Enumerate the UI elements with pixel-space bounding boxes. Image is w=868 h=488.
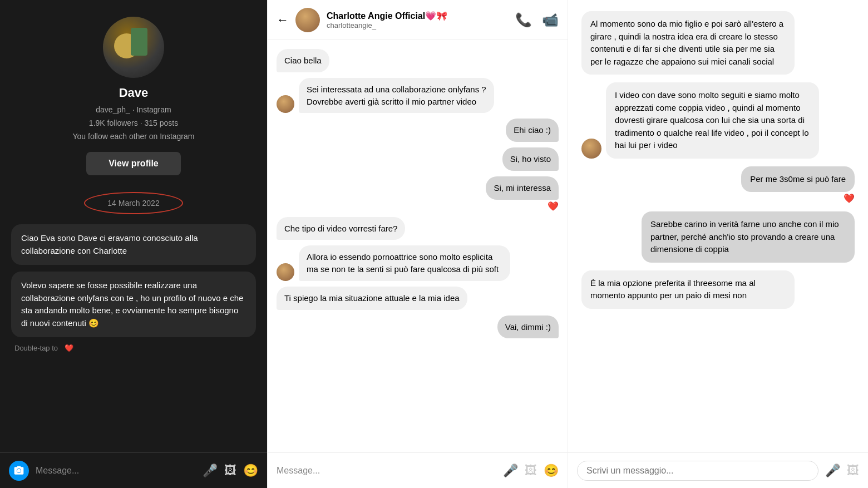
emoji-icon-mid[interactable]: 😊 [544, 464, 559, 478]
bubble-received: Che tipo di video vorresti fare? [277, 217, 405, 240]
bubble-sent: Si, ho visto [502, 147, 559, 171]
user-meta-line3: You follow each other on Instagram [73, 132, 195, 141]
header-username: charlotteangie_ [327, 21, 509, 29]
svg-point-0 [17, 469, 21, 472]
msg-row: Si, ho visto [277, 147, 559, 171]
mic-icon[interactable]: 🎤 [203, 464, 218, 478]
gallery-icon-right[interactable]: 🖼 [847, 464, 859, 478]
msg-row: Allora io essendo pornoattrice sono molt… [277, 245, 559, 281]
camera-icon[interactable] [9, 461, 29, 481]
msg-avatar [277, 263, 294, 281]
bubble-sent: Ehi ciao :) [506, 119, 559, 142]
right-bubble-received: È la mia opzione preferita il threesome … [581, 270, 795, 309]
right-panel: Al momento sono da mio figlio e poi sarò… [568, 0, 868, 488]
right-row: Sarebbe carino in verità farne uno anche… [581, 211, 855, 263]
msg-row: Vai, dimmi :) [277, 316, 559, 339]
chat-messages: Ciao bella Sei interessata ad una collab… [268, 40, 568, 452]
right-row: Al momento sono da mio figlio e poi sarò… [581, 11, 855, 75]
header-avatar [295, 8, 320, 32]
right-row: I video con dave sono molto seguiti e si… [581, 82, 855, 159]
msg-row: Sei interessata ad una collaborazione on… [277, 78, 559, 114]
bubble-received: Sei interessata ad una collaborazione on… [299, 78, 494, 114]
msg-row: Ti spiego la mia situazione attuale e la… [277, 287, 559, 310]
msg-row: Che tipo di video vorresti fare? [277, 217, 559, 240]
header-info: Charlotte Angie Official💗🎀 charlotteangi… [327, 11, 509, 29]
chat-header: ← Charlotte Angie Official💗🎀 charlottean… [268, 0, 568, 40]
user-meta-line1: dave_ph_ · Instagram [96, 105, 171, 114]
right-row: È la mia opzione preferita il threesome … [581, 270, 855, 309]
avatar [103, 17, 164, 78]
bubble-received: Ti spiego la mia situazione attuale e la… [277, 287, 467, 310]
bottom-bar-left: Message... 🎤 🖼 😊 [0, 452, 267, 488]
user-meta: dave_ph_ · Instagram 1.9K followers · 31… [73, 103, 195, 143]
left-message-2: Volevo sapere se fosse possibile realizz… [11, 272, 256, 337]
message-input-left[interactable]: Message... [36, 466, 196, 476]
mic-icon-right[interactable]: 🎤 [825, 464, 840, 478]
msg-avatar [277, 95, 294, 113]
msg-row: Ehi ciao :) [277, 119, 559, 142]
emoji-icon[interactable]: 😊 [243, 464, 258, 478]
message-input-mid[interactable]: Message... [277, 466, 496, 476]
right-bubble-sent: Per me 3s0me si può fare [741, 166, 855, 193]
left-panel: Dave dave_ph_ · Instagram 1.9K followers… [0, 0, 267, 488]
left-message-1: Ciao Eva sono Dave ci eravamo conosciuto… [11, 224, 256, 265]
right-bubble-received: Al momento sono da mio figlio e poi sarò… [581, 11, 795, 75]
double-tap-label: Double-tap to ❤️ [14, 344, 73, 352]
bubble-sent: Vai, dimmi :) [497, 316, 559, 339]
header-name: Charlotte Angie Official💗🎀 [327, 11, 509, 21]
header-actions: 📞 📹 [515, 12, 559, 28]
sent-with-heart-right: Per me 3s0me si può fare ❤️ [581, 166, 855, 204]
right-messages: Al momento sono da mio figlio e poi sarò… [568, 0, 868, 452]
date-label: 14 March 2022 [84, 192, 183, 214]
right-bubble-received: I video con dave sono molto seguiti e si… [606, 82, 819, 159]
user-meta-line2: 1.9K followers · 315 posts [89, 119, 178, 127]
right-msg-avatar [581, 139, 601, 159]
phone-icon[interactable]: 📞 [515, 12, 532, 28]
bubble-received: Ciao bella [277, 49, 329, 72]
view-profile-button[interactable]: View profile [86, 152, 181, 175]
bubble-sent: Si, mi interessa [486, 176, 559, 200]
msg-row: Ciao bella [277, 49, 559, 72]
heart-reaction-right: ❤️ [844, 193, 855, 204]
heart-reaction: ❤️ [548, 201, 559, 211]
mic-icon-mid[interactable]: 🎤 [503, 464, 518, 478]
gallery-icon[interactable]: 🖼 [224, 464, 236, 478]
gallery-icon-mid[interactable]: 🖼 [525, 464, 537, 478]
right-bubble-sent: Sarebbe carino in verità farne uno anche… [642, 211, 855, 263]
bottom-bar-mid: Message... 🎤 🖼 😊 [268, 452, 568, 488]
bubble-received: Allora io essendo pornoattrice sono molt… [299, 245, 510, 281]
message-input-right[interactable] [577, 461, 818, 481]
bottom-bar-right: 🎤 🖼 [568, 452, 868, 488]
sent-with-heart: Si, mi interessa ❤️ [277, 176, 559, 211]
user-name: Dave [119, 86, 149, 100]
middle-panel: ← Charlotte Angie Official💗🎀 charlottean… [267, 0, 568, 488]
date-oval-wrapper: 14 March 2022 [11, 192, 256, 214]
back-button[interactable]: ← [277, 13, 289, 27]
video-icon[interactable]: 📹 [542, 12, 559, 28]
